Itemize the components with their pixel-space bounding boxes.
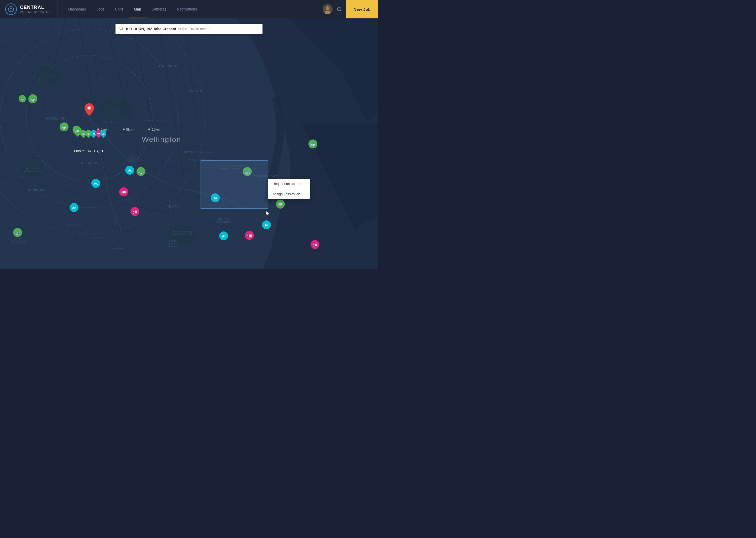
nav-jobs[interactable]: Jobs [92, 0, 110, 19]
svg-text:Ian Galloway: Ian Galloway [42, 74, 56, 77]
svg-text:Central Park: Central Park [110, 247, 124, 249]
unit-marker-van-3[interactable]: 🚐 [276, 200, 285, 209]
brand-name: CENTRAL [20, 5, 51, 11]
unit-marker-truck-2[interactable]: 🚛 [130, 207, 139, 216]
unit-marker-van-4[interactable]: 🚌 [13, 228, 22, 237]
nav-map[interactable]: Map [129, 0, 146, 19]
unit-marker-moto-2[interactable]: 🏍 [91, 179, 100, 188]
svg-point-78 [120, 27, 122, 30]
search-description: Major: Traffic accident [178, 27, 214, 31]
search-icon [119, 26, 123, 31]
unit-marker-moto-6[interactable]: 🏍 [262, 220, 271, 229]
map-background: Ian Galloway Park Wellington Botanic Gar… [0, 19, 378, 269]
incident-pin[interactable] [84, 103, 94, 117]
logo-icon [5, 3, 17, 15]
svg-text:MOUNT: MOUNT [217, 218, 229, 221]
new-job-button[interactable]: New Job [346, 0, 378, 19]
svg-text:Polhill Reserve: Polhill Reserve [67, 224, 83, 227]
nav-notifications[interactable]: Notifications [172, 0, 202, 19]
svg-text:VICTORIA: VICTORIA [216, 221, 230, 224]
unit-marker-moto-3[interactable]: 🏍 [70, 203, 78, 212]
svg-text:Park: Park [46, 77, 51, 79]
context-menu: Request an update Assign units to job [268, 179, 310, 199]
search-icon[interactable] [337, 7, 342, 12]
svg-text:THORNDON: THORNDON [159, 64, 177, 68]
svg-point-7 [326, 6, 329, 10]
svg-text:Wellington Cable Car ☞: Wellington Cable Car ☞ [143, 119, 168, 122]
svg-text:Museum of New Zealand: Museum of New Zealand [219, 164, 246, 167]
logo-text: CENTRAL POLICE DISPATCH [20, 5, 51, 14]
context-menu-request-update[interactable]: Request an update [268, 179, 310, 189]
svg-line-10 [341, 10, 342, 11]
svg-text:Pukeahu National: Pukeahu National [173, 230, 192, 233]
unit-marker-bus-4[interactable]: 🚌 [136, 167, 145, 176]
svg-text:University of: University of [129, 157, 142, 160]
svg-text:KELBURN: KELBURN [81, 162, 97, 165]
svg-text:Botanic: Botanic [112, 110, 120, 112]
unit-marker-truck-4[interactable]: 🚛 [310, 240, 319, 249]
svg-text:🚌: 🚌 [87, 132, 90, 135]
svg-text:Garden: Garden [112, 112, 119, 115]
svg-text:Ecosanctuary: Ecosanctuary [24, 170, 41, 173]
svg-text:Mount Victoria Lookout ☞: Mount Victoria Lookout ☞ [236, 207, 263, 209]
nav-cameras[interactable]: Cameras [146, 0, 172, 19]
svg-text:HIGHBURY: HIGHBURY [28, 188, 45, 192]
svg-text:🏍: 🏍 [92, 132, 95, 135]
search-location: KELBURN, 192 Taita Cresent [126, 27, 176, 31]
svg-text:⬛ Wellington City Libraries: ⬛ Wellington City Libraries [184, 150, 213, 154]
svg-text:Massey: Massey [169, 240, 177, 242]
unit-marker-moto-1[interactable]: 🏍 [125, 166, 134, 175]
svg-text:Denton Park &: Denton Park & [12, 240, 26, 242]
svg-text:George: George [16, 237, 23, 240]
svg-text:Michael Fowler Centre: Michael Fowler Centre [189, 159, 213, 161]
svg-text:🚛: 🚛 [97, 132, 100, 135]
unit-marker-moto-5[interactable]: 🏍 [219, 232, 228, 241]
main-header: CENTRAL POLICE DISPATCH Dashboard Jobs U… [0, 0, 378, 19]
nav-dashboard[interactable]: Dashboard [63, 0, 92, 19]
unit-marker-truck-3[interactable]: 🚛 [245, 231, 254, 240]
svg-text:Victoria: Victoria [129, 155, 136, 157]
unit-marker-truck-1[interactable]: 🚛 [119, 187, 128, 196]
main-nav: Dashboard Jobs Units Map Cameras Notific… [58, 0, 318, 19]
svg-text:ZEALANDIA: ZEALANDIA [25, 167, 40, 170]
svg-text:🚌: 🚌 [101, 132, 105, 135]
logo-section: CENTRAL POLICE DISPATCH [0, 0, 58, 19]
svg-point-9 [337, 7, 341, 11]
unit-marker-sm-1[interactable]: 🚌 [19, 95, 26, 102]
svg-text:Te Papa Tongarewa: Te Papa Tongarewa [219, 167, 240, 170]
brand-sub: POLICE DISPATCH [20, 11, 51, 14]
svg-text:NORTHLAND: NORTHLAND [45, 117, 66, 120]
map-search[interactable]: KELBURN, 192 Taita Cresent Major: Traffi… [116, 24, 262, 34]
unit-marker-bus-1[interactable]: 🚌 [28, 94, 37, 103]
svg-text:ORIENTAL BAY: ORIENTAL BAY [253, 175, 277, 178]
svg-text:Space Place ☞: Space Place ☞ [104, 121, 120, 124]
svg-text:PIPITEA: PIPITEA [189, 89, 202, 92]
svg-line-79 [122, 29, 123, 30]
svg-text:Wellington: Wellington [129, 160, 140, 163]
svg-point-1 [10, 8, 12, 10]
avatar[interactable] [323, 4, 333, 14]
context-menu-assign-units[interactable]: Assign units to job [268, 189, 310, 199]
svg-text:🚌: 🚌 [81, 132, 85, 135]
svg-text:TE ARO: TE ARO [167, 205, 179, 208]
nav-units[interactable]: Units [110, 0, 129, 19]
unit-marker-moto-4[interactable]: 🏍 [211, 193, 220, 202]
unit-marker-bus-2[interactable]: 🚌 [60, 123, 69, 131]
svg-text:Wellington: Wellington [110, 107, 121, 110]
svg-text:Polhill Reserve: Polhill Reserve [12, 242, 26, 245]
svg-text:Tanera Park: Tanera Park [92, 236, 105, 239]
svg-text:War Memorial Park: War Memorial Park [172, 233, 193, 236]
map-container[interactable]: Ian Galloway Park Wellington Botanic Gar… [0, 19, 378, 269]
svg-text:University: University [168, 242, 178, 245]
cluster-pins[interactable]: 🚌 🚌 🏍 🚛 🚌 [79, 129, 110, 145]
svg-text:Wellington: Wellington [168, 245, 179, 247]
header-actions [318, 4, 346, 14]
svg-point-81 [88, 107, 91, 109]
unit-marker-van-1[interactable]: 🚌 [243, 167, 252, 176]
unit-marker-van-2[interactable]: 🚌 [308, 139, 317, 148]
